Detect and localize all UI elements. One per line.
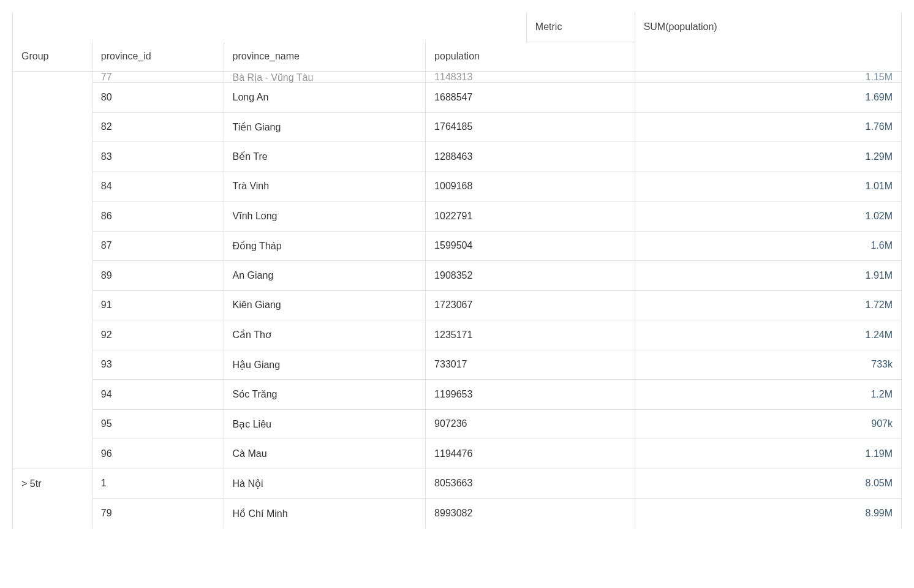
header-sum[interactable]: SUM(population) (635, 12, 901, 42)
cell-province-name: Hà Nội (224, 469, 426, 499)
table-row[interactable]: 96Cà Mau11944761.19M (13, 439, 901, 469)
cell-group (13, 232, 93, 262)
header-row-1: Metric SUM(population) (13, 12, 901, 42)
cell-population: 907236 (426, 410, 635, 440)
cell-group (13, 439, 93, 469)
cell-population: 1199653 (426, 380, 635, 410)
table-row[interactable]: 95Bạc Liêu907236907k (13, 410, 901, 440)
cell-province-name: Hồ Chí Minh (224, 499, 426, 529)
cell-group (13, 291, 93, 321)
pivot-table[interactable]: Metric SUM(population) Group province_id… (12, 12, 902, 529)
header-group[interactable]: Group (13, 42, 93, 72)
cell-sum: 1.02M (635, 202, 901, 232)
cell-sum: 1.76M (635, 113, 901, 143)
cell-sum: 8.05M (635, 469, 901, 499)
header-blank-left (13, 12, 93, 42)
cell-population: 1009168 (426, 172, 635, 202)
table-row[interactable]: 82Tiền Giang17641851.76M (13, 113, 901, 143)
cell-population: 8993082 (426, 499, 635, 529)
table-row[interactable]: 93Hậu Giang733017733k (13, 350, 901, 380)
cell-province-id: 83 (93, 142, 224, 172)
cell-sum: 1.72M (635, 291, 901, 321)
cell-province-name: Bà Rịa - Vũng Tàu (224, 72, 426, 83)
cell-population: 1022791 (426, 202, 635, 232)
table-row[interactable]: 92Cần Thơ12351711.24M (13, 320, 901, 350)
cell-population: 1688547 (426, 83, 635, 113)
cell-population: 1908352 (426, 261, 635, 291)
cell-province-name: Cần Thơ (224, 320, 426, 350)
cell-province-id: 95 (93, 410, 224, 440)
cell-population: 1235171 (426, 320, 635, 350)
cell-population: 1764185 (426, 113, 635, 143)
cell-group (13, 172, 93, 202)
cell-group (13, 320, 93, 350)
cell-population: 1288463 (426, 142, 635, 172)
cell-province-id: 96 (93, 439, 224, 469)
table-row[interactable]: > 5tr1Hà Nội80536638.05M (13, 469, 901, 499)
cell-province-name: Hậu Giang (224, 350, 426, 380)
header-province-id[interactable]: province_id (93, 42, 224, 72)
cell-sum: 907k (635, 410, 901, 440)
cell-province-name: Cà Mau (224, 439, 426, 469)
cell-province-name: Kiên Giang (224, 291, 426, 321)
cell-province-name: Tiền Giang (224, 113, 426, 143)
cell-population: 1723067 (426, 291, 635, 321)
cell-group (13, 113, 93, 143)
cell-province-name: Trà Vinh (224, 172, 426, 202)
table-row[interactable]: 83Bến Tre12884631.29M (13, 142, 901, 172)
cell-sum: 1.15M (635, 72, 901, 83)
cell-province-id: 92 (93, 320, 224, 350)
cell-population: 8053663 (426, 469, 635, 499)
cell-province-id: 93 (93, 350, 224, 380)
header-blank (426, 12, 527, 42)
cell-sum: 1.19M (635, 439, 901, 469)
table-row[interactable]: 89An Giang19083521.91M (13, 261, 901, 291)
cell-sum: 1.2M (635, 380, 901, 410)
header-population[interactable]: population (426, 42, 635, 72)
cell-province-id: 86 (93, 202, 224, 232)
table-row[interactable]: 77Bà Rịa - Vũng Tàu11483131.15M (13, 72, 901, 83)
cell-province-name: Vĩnh Long (224, 202, 426, 232)
cell-sum: 1.69M (635, 83, 901, 113)
cell-group (13, 350, 93, 380)
cell-group: > 5tr (13, 469, 93, 499)
cell-province-id: 87 (93, 232, 224, 262)
cell-province-id: 1 (93, 469, 224, 499)
cell-group (13, 142, 93, 172)
cell-province-id: 94 (93, 380, 224, 410)
cell-province-id: 82 (93, 113, 224, 143)
table-row[interactable]: 94Sóc Trăng11996531.2M (13, 380, 901, 410)
cell-group (13, 202, 93, 232)
cell-sum: 1.24M (635, 320, 901, 350)
cell-group (13, 72, 93, 83)
table-body: 77Bà Rịa - Vũng Tàu11483131.15M80Long An… (13, 72, 901, 529)
table-row[interactable]: 87Đồng Tháp15995041.6M (13, 232, 901, 262)
cell-province-name: Long An (224, 83, 426, 113)
header-metric[interactable]: Metric (527, 12, 635, 42)
cell-province-name: An Giang (224, 261, 426, 291)
cell-province-name: Đồng Tháp (224, 232, 426, 262)
table-row[interactable]: 86Vĩnh Long10227911.02M (13, 202, 901, 232)
cell-population: 1194476 (426, 439, 635, 469)
cell-province-name: Sóc Trăng (224, 380, 426, 410)
cell-province-id: 84 (93, 172, 224, 202)
cell-province-id: 77 (93, 72, 224, 83)
cell-sum: 1.29M (635, 142, 901, 172)
header-province-name[interactable]: province_name (224, 42, 426, 72)
cell-population: 1599504 (426, 232, 635, 262)
table-row[interactable]: 91Kiên Giang17230671.72M (13, 291, 901, 321)
cell-province-id: 91 (93, 291, 224, 321)
table-row[interactable]: 84Trà Vinh10091681.01M (13, 172, 901, 202)
header-row-2: Group province_id province_name populati… (13, 42, 901, 72)
cell-population: 1148313 (426, 72, 635, 83)
table-row[interactable]: 80Long An16885471.69M (13, 83, 901, 113)
cell-sum: 1.01M (635, 172, 901, 202)
cell-group (13, 380, 93, 410)
cell-province-id: 89 (93, 261, 224, 291)
cell-province-id: 80 (93, 83, 224, 113)
header-blank (93, 12, 224, 42)
cell-group (13, 261, 93, 291)
table-row[interactable]: 79Hồ Chí Minh89930828.99M (13, 499, 901, 529)
cell-group (13, 499, 93, 529)
cell-group (13, 83, 93, 113)
